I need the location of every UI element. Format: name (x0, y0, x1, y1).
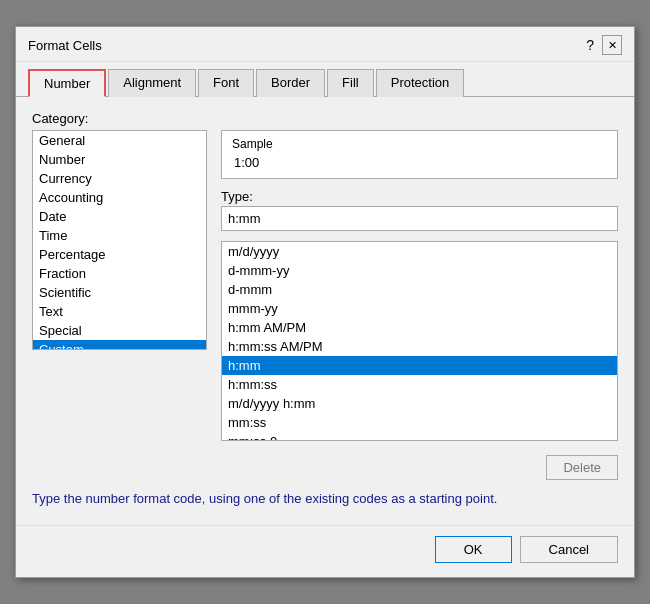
delete-button[interactable]: Delete (546, 455, 618, 480)
right-panel: Sample 1:00 Type: m/d/yyyy d-mmm-yy d-mm… (221, 130, 618, 480)
format-list-container: m/d/yyyy d-mmm-yy d-mmm mmm-yy h:mm AM/P… (221, 241, 618, 441)
cat-item-percentage[interactable]: Percentage (33, 245, 206, 264)
type-section: Type: (221, 189, 618, 231)
fmt-item-0[interactable]: m/d/yyyy (222, 242, 617, 261)
cat-item-text[interactable]: Text (33, 302, 206, 321)
cat-item-number[interactable]: Number (33, 150, 206, 169)
help-button[interactable]: ? (586, 37, 594, 53)
hint-text: Type the number format code, using one o… (32, 490, 618, 508)
cat-item-time[interactable]: Time (33, 226, 206, 245)
format-list[interactable]: m/d/yyyy d-mmm-yy d-mmm mmm-yy h:mm AM/P… (221, 241, 618, 441)
dialog-title: Format Cells (28, 38, 102, 53)
format-cells-dialog: Format Cells ? ✕ Number Alignment Font B… (15, 26, 635, 577)
tab-border[interactable]: Border (256, 69, 325, 97)
cat-item-fraction[interactable]: Fraction (33, 264, 206, 283)
tab-alignment[interactable]: Alignment (108, 69, 196, 97)
tab-fill[interactable]: Fill (327, 69, 374, 97)
fmt-item-3[interactable]: mmm-yy (222, 299, 617, 318)
fmt-item-8[interactable]: m/d/yyyy h:mm (222, 394, 617, 413)
cat-item-special[interactable]: Special (33, 321, 206, 340)
title-bar: Format Cells ? ✕ (16, 27, 634, 62)
ok-button[interactable]: OK (435, 536, 512, 563)
type-label: Type: (221, 189, 618, 204)
category-list[interactable]: General Number Currency Accounting Date … (32, 130, 207, 350)
fmt-item-9[interactable]: mm:ss (222, 413, 617, 432)
sample-label: Sample (232, 137, 607, 151)
fmt-item-6[interactable]: h:mm (222, 356, 617, 375)
cancel-button[interactable]: Cancel (520, 536, 618, 563)
fmt-item-1[interactable]: d-mmm-yy (222, 261, 617, 280)
fmt-item-10[interactable]: mm:ss.0 (222, 432, 617, 441)
fmt-item-5[interactable]: h:mm:ss AM/PM (222, 337, 617, 356)
fmt-item-4[interactable]: h:mm AM/PM (222, 318, 617, 337)
left-panel: General Number Currency Accounting Date … (32, 130, 207, 480)
fmt-item-2[interactable]: d-mmm (222, 280, 617, 299)
tab-font[interactable]: Font (198, 69, 254, 97)
sample-value: 1:00 (234, 155, 607, 170)
fmt-item-7[interactable]: h:mm:ss (222, 375, 617, 394)
delete-row: Delete (221, 455, 618, 480)
tab-content: Category: General Number Currency Accoun… (16, 97, 634, 522)
dialog-footer: OK Cancel (16, 525, 634, 577)
cat-item-scientific[interactable]: Scientific (33, 283, 206, 302)
main-area: General Number Currency Accounting Date … (32, 130, 618, 480)
tab-number[interactable]: Number (28, 69, 106, 97)
tabs-bar: Number Alignment Font Border Fill Protec… (16, 62, 634, 97)
close-button[interactable]: ✕ (602, 35, 622, 55)
type-input[interactable] (221, 206, 618, 231)
cat-item-general[interactable]: General (33, 131, 206, 150)
cat-item-custom[interactable]: Custom (33, 340, 206, 350)
cat-item-date[interactable]: Date (33, 207, 206, 226)
tab-protection[interactable]: Protection (376, 69, 465, 97)
sample-section: Sample 1:00 (221, 130, 618, 179)
cat-item-currency[interactable]: Currency (33, 169, 206, 188)
cat-item-accounting[interactable]: Accounting (33, 188, 206, 207)
category-label: Category: (32, 111, 618, 126)
title-bar-buttons: ? ✕ (586, 35, 622, 55)
